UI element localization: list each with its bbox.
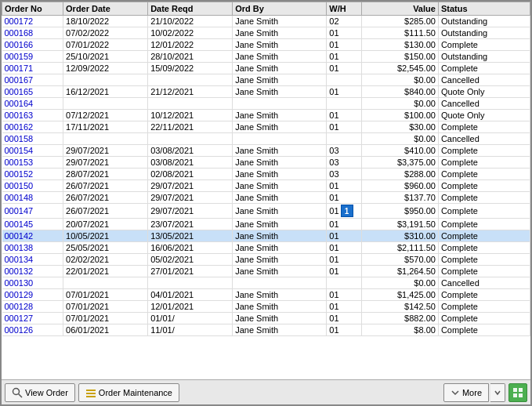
table-cell: 01 — [327, 27, 362, 39]
dropdown-arrow-icon — [494, 389, 501, 397]
table-cell: Complete — [438, 242, 530, 254]
table-cell: 02/08/2021 — [148, 169, 233, 180]
svg-rect-6 — [519, 388, 523, 392]
table-cell — [63, 98, 148, 110]
col-header-wh: W/H — [327, 2, 362, 16]
svg-rect-2 — [86, 390, 96, 391]
table-row[interactable]: 00016607/01/202212/01/2022Jane Smith01$1… — [2, 39, 530, 51]
table-cell: Jane Smith — [233, 180, 327, 192]
table-row[interactable]: 00016516/12/202121/12/2021Jane Smith01$8… — [2, 86, 530, 98]
table-cell: Complete — [438, 180, 530, 192]
more-button-group: More — [443, 383, 505, 402]
table-row[interactable]: 00016807/02/202210/02/2022Jane Smith01$1… — [2, 27, 530, 39]
table-row[interactable]: 00016307/12/202110/12/2021Jane Smith01$1… — [2, 110, 530, 121]
table-cell — [148, 74, 233, 86]
table-cell: 01 — [327, 219, 362, 230]
svg-rect-3 — [86, 393, 96, 394]
table-cell: 000134 — [2, 254, 63, 266]
table-row[interactable]: 00013222/01/202127/01/2021Jane Smith01$1… — [2, 266, 530, 277]
table-cell: 000148 — [2, 192, 63, 204]
table-cell: 26/07/2021 — [63, 204, 148, 219]
table-cell: 03/08/2021 — [148, 157, 233, 169]
more-button[interactable]: More — [443, 383, 489, 402]
order-maintenance-button[interactable]: Order Maintenance — [78, 383, 179, 402]
table-row[interactable]: 00015026/07/202129/07/2021Jane Smith01$9… — [2, 180, 530, 192]
table-cell: $3,375.00 — [362, 157, 439, 169]
table-cell: 01 — [327, 266, 362, 277]
col-header-orderno: Order No — [2, 2, 63, 16]
table-row[interactable]: 00012807/01/202112/01/2021Jane Smith01$1… — [2, 301, 530, 313]
more-label: More — [462, 388, 482, 397]
table-cell: $960.00 — [362, 180, 439, 192]
table-row[interactable]: 00017218/10/202221/10/2022Jane Smith02$2… — [2, 16, 530, 27]
table-row[interactable]: 00016217/11/202122/11/2021Jane Smith01$3… — [2, 121, 530, 133]
table-cell: 01 — [327, 110, 362, 121]
table-row[interactable]: 00015228/07/202102/08/2021Jane Smith03$2… — [2, 169, 530, 180]
table-row[interactable]: 000130$0.00Cancelled — [2, 277, 530, 289]
table-cell: 17/11/2021 — [63, 121, 148, 133]
table-cell: Jane Smith — [233, 63, 327, 74]
table-cell: 11/01/ — [148, 324, 233, 336]
table-cell: $8.00 — [362, 324, 439, 336]
table-row[interactable]: 00017112/09/202215/09/2022Jane Smith01$2… — [2, 63, 530, 74]
table-cell: 000145 — [2, 219, 63, 230]
table-cell: Complete — [438, 289, 530, 301]
table-cell: 29/07/2021 — [148, 180, 233, 192]
table-row[interactable]: 00012707/01/202101/01/Jane Smith01$882.0… — [2, 313, 530, 324]
table-cell — [233, 98, 327, 110]
table-cell: 01 — [327, 192, 362, 204]
table-row[interactable]: 00015329/07/202103/08/2021Jane Smith03$3… — [2, 157, 530, 169]
table-cell: Jane Smith — [233, 242, 327, 254]
view-order-button[interactable]: View Order — [5, 383, 75, 402]
table-cell: 28/07/2021 — [63, 169, 148, 180]
table-cell: 000171 — [2, 63, 63, 74]
table-cell: 000153 — [2, 157, 63, 169]
table-cell: Jane Smith — [233, 301, 327, 313]
table-cell: 000150 — [2, 180, 63, 192]
more-dropdown-button[interactable] — [490, 383, 505, 402]
table-cell: 000128 — [2, 301, 63, 313]
table-cell: 22/11/2021 — [148, 121, 233, 133]
table-cell: $137.70 — [362, 192, 439, 204]
table-row[interactable]: 000164$0.00Cancelled — [2, 98, 530, 110]
table-cell: 01 — [327, 301, 362, 313]
table-row[interactable]: 00013402/02/202105/02/2021Jane Smith01$5… — [2, 254, 530, 266]
table-cell: Jane Smith — [233, 86, 327, 98]
table-row[interactable]: 00014520/07/202123/07/2021Jane Smith01$3… — [2, 219, 530, 230]
table-row[interactable]: 00014826/07/202129/07/2021Jane Smith01$1… — [2, 192, 530, 204]
table-row[interactable]: 00012606/01/202111/01/Jane Smith01$8.00C… — [2, 324, 530, 336]
table-row[interactable]: 00015429/07/202103/08/2021Jane Smith03$4… — [2, 145, 530, 157]
table-cell: Complete — [438, 313, 530, 324]
table-cell: 01/01/ — [148, 313, 233, 324]
table-cell: 000147 — [2, 204, 63, 219]
table-cell: 04/01/2021 — [148, 289, 233, 301]
table-cell: $111.50 — [362, 27, 439, 39]
table-cell: 000166 — [2, 39, 63, 51]
table-cell: Jane Smith — [233, 145, 327, 157]
table-cell: 25/10/2021 — [63, 51, 148, 63]
table-cell: 000127 — [2, 313, 63, 324]
table-row[interactable]: 00012907/01/202104/01/2021Jane Smith01$1… — [2, 289, 530, 301]
table-cell: 05/02/2021 — [148, 254, 233, 266]
table-cell: 15/09/2022 — [148, 63, 233, 74]
table-cell: Jane Smith — [233, 230, 327, 242]
table-cell: 000159 — [2, 51, 63, 63]
table-row[interactable]: 00014210/05/202113/05/2021Jane Smith01$3… — [2, 230, 530, 242]
table-cell: 29/07/2021 — [148, 192, 233, 204]
table-cell: Jane Smith — [233, 254, 327, 266]
table-cell: $0.00 — [362, 277, 439, 289]
table-row[interactable]: 00015925/10/202128/10/2021Jane Smith01$1… — [2, 51, 530, 63]
table-cell: Cancelled — [438, 277, 530, 289]
table-cell: Jane Smith — [233, 219, 327, 230]
green-action-button[interactable] — [508, 383, 527, 402]
table-row[interactable]: 00014726/07/202129/07/2021Jane Smith011$… — [2, 204, 530, 219]
table-row[interactable]: 00013825/05/202116/06/2021Jane Smith01$2… — [2, 242, 530, 254]
table-cell: Complete — [438, 266, 530, 277]
table-cell: Complete — [438, 254, 530, 266]
orders-table-area[interactable]: Order No Order Date Date Reqd Ord By W/H… — [2, 2, 530, 379]
table-row[interactable]: 000167Jane Smith$0.00Cancelled — [2, 74, 530, 86]
table-cell: Jane Smith — [233, 121, 327, 133]
table-cell: 27/01/2021 — [148, 266, 233, 277]
table-cell: 12/09/2022 — [63, 63, 148, 74]
table-row[interactable]: 000158$0.00Cancelled — [2, 133, 530, 145]
